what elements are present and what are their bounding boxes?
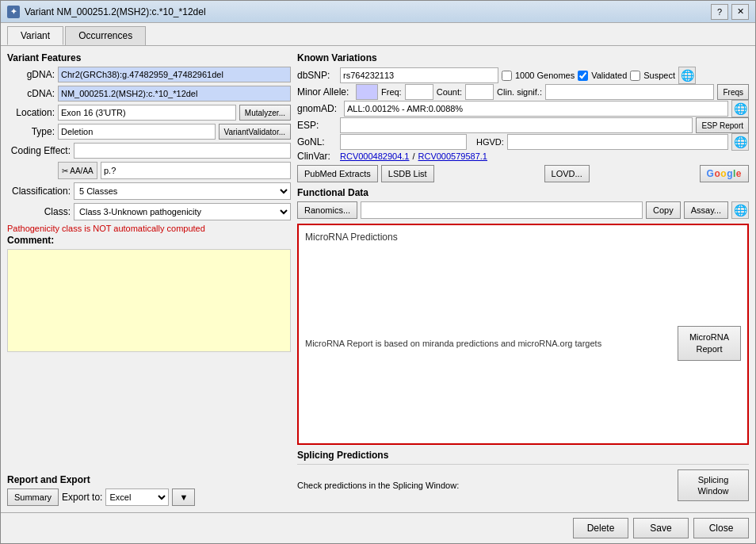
assay-button[interactable]: Assay... <box>684 201 728 219</box>
tab-variant[interactable]: Variant <box>7 26 63 45</box>
comment-label: Comment: <box>7 235 55 246</box>
ranomics-button[interactable]: Ranomics... <box>297 201 357 219</box>
freq-label: Freq: <box>381 87 402 97</box>
dbsnp-input[interactable] <box>340 67 498 83</box>
window-title: Variant NM_000251.2(MSH2):c.*10_*12del <box>25 6 711 17</box>
genomes-1000-checkbox[interactable] <box>502 71 512 81</box>
microrna-content: MicroRNA Report is based on miranda pred… <box>305 249 741 437</box>
gonl-input[interactable] <box>340 134 467 150</box>
count-input[interactable] <box>465 84 494 100</box>
clinvar-row: ClinVar: RCV000482904.1 / RCV000579587.1 <box>297 151 749 162</box>
microrna-report-button[interactable]: MicroRNA Report <box>678 326 741 361</box>
title-bar: ✦ Variant NM_000251.2(MSH2):c.*10_*12del… <box>1 1 755 23</box>
aa-button[interactable]: ✂ AA/AA <box>58 162 97 179</box>
report-export-section: Report and Export Summary Export to: Exc… <box>7 474 291 506</box>
functional-data-section: Functional Data Ranomics... Copy Assay..… <box>297 187 749 219</box>
validated-checkbox[interactable] <box>578 71 588 81</box>
variant-features-label: Variant Features <box>7 52 291 63</box>
splicing-check-label: Check predictions in the Splicing Window… <box>297 481 671 490</box>
gnomad-globe-button[interactable]: 🌐 <box>731 100 749 117</box>
pubmed-button[interactable]: PubMed Extracts <box>297 165 378 182</box>
classification-select[interactable]: 5 Classes <box>74 182 291 200</box>
functional-row: Ranomics... Copy Assay... 🌐 <box>297 201 749 219</box>
location-input[interactable] <box>58 105 236 121</box>
mutalyzer-button[interactable]: Mutalyzer... <box>239 105 291 121</box>
splicing-btn-line1: Splicing <box>698 475 729 485</box>
microrna-description: MicroRNA Report is based on miranda pred… <box>305 339 671 348</box>
aa-row: ✂ AA/AA <box>7 162 291 179</box>
pubmed-row: PubMed Extracts LSDB List LOVD... Google <box>297 165 749 182</box>
main-window: ✦ Variant NM_000251.2(MSH2):c.*10_*12del… <box>0 0 756 544</box>
class-select[interactable]: Class 3-Unknown pathogenicity <box>74 203 291 220</box>
minor-allele-color-input[interactable] <box>356 84 378 100</box>
class-row: Class: Class 3-Unknown pathogenicity <box>7 203 291 220</box>
lovd-button[interactable]: LOVD... <box>544 165 590 182</box>
validated-label: Validated <box>591 71 627 80</box>
gdna-label: gDNA: <box>7 69 55 80</box>
summary-button[interactable]: Summary <box>7 488 59 506</box>
functional-input[interactable] <box>361 201 643 219</box>
splicing-window-button[interactable]: Splicing Window <box>678 469 749 501</box>
suspect-group: Suspect <box>630 71 675 81</box>
export-format-select[interactable]: Excel <box>105 488 169 506</box>
right-panel: Known Variations dbSNP: 1000 Genomes Val… <box>297 52 749 506</box>
tab-occurrences[interactable]: Occurrences <box>65 26 146 45</box>
esp-report-button[interactable]: ESP Report <box>696 117 749 133</box>
copy-button[interactable]: Copy <box>646 201 681 219</box>
microrna-btn-line2: Report <box>696 344 722 354</box>
splicing-btn-line2: Window <box>697 486 728 496</box>
dbsnp-globe-button[interactable]: 🌐 <box>678 67 696 84</box>
clin-signif-input[interactable] <box>545 84 714 100</box>
lsdb-button[interactable]: LSDB List <box>381 165 434 182</box>
microrna-btn-line1: MicroRNA <box>689 332 729 342</box>
suspect-label: Suspect <box>643 71 675 80</box>
aa-icon: ✂ <box>62 167 68 175</box>
cdna-label: cDNA: <box>7 88 55 99</box>
location-label: Location: <box>7 107 55 118</box>
esp-input[interactable] <box>340 117 693 133</box>
genomes-1000-label: 1000 Genomes <box>515 71 575 80</box>
comment-textarea[interactable] <box>7 249 291 352</box>
clin-signif-label: Clin. signif.: <box>497 87 542 97</box>
help-button[interactable]: ? <box>711 4 728 20</box>
delete-button[interactable]: Delete <box>573 518 628 538</box>
hgvd-globe-button[interactable]: 🌐 <box>731 133 749 151</box>
gonl-label: GoNL: <box>297 136 337 147</box>
dbsnp-label: dbSNP: <box>297 70 337 81</box>
esp-row: ESP: ESP Report <box>297 117 749 133</box>
dbsnp-row: dbSNP: 1000 Genomes Validated Suspect <box>297 67 749 84</box>
suspect-checkbox[interactable] <box>630 71 640 81</box>
clinvar-link-2[interactable]: RCV000579587.1 <box>418 151 487 161</box>
google-button[interactable]: Google <box>700 165 749 182</box>
pathogenicity-warning: Pathogenicity class is NOT automatically… <box>7 224 291 233</box>
location-row: Location: Mutalyzer... <box>7 105 291 121</box>
gdna-input[interactable] <box>58 67 291 82</box>
close-button[interactable]: Close <box>693 518 749 538</box>
variant-validator-button[interactable]: VariantValidator... <box>219 124 291 140</box>
splicing-section-label: Splicing Predictions <box>297 450 749 461</box>
clinvar-separator: / <box>412 151 414 161</box>
close-window-button[interactable]: ✕ <box>731 4 749 20</box>
type-input[interactable] <box>58 124 216 140</box>
freqs-button[interactable]: Freqs <box>717 84 749 100</box>
type-label: Type: <box>7 126 55 137</box>
export-dropdown-button[interactable]: ▼ <box>172 488 195 506</box>
clinvar-link-1[interactable]: RCV000482904.1 <box>340 151 409 161</box>
cdna-input[interactable] <box>58 86 291 102</box>
freq-input[interactable] <box>405 84 433 100</box>
functional-globe-button[interactable]: 🌐 <box>731 201 749 219</box>
app-icon: ✦ <box>7 6 20 18</box>
splicing-predictions-section: Splicing Predictions Check predictions i… <box>297 450 749 506</box>
minor-allele-label: Minor Allele: <box>297 86 353 98</box>
hgvd-input[interactable] <box>507 134 728 150</box>
microrna-title: MicroRNA Predictions <box>305 232 741 243</box>
aa-input[interactable] <box>101 162 291 179</box>
coding-effect-label: Coding Effect: <box>7 145 71 156</box>
gnomad-input[interactable] <box>344 101 728 117</box>
coding-effect-input[interactable] <box>74 143 291 159</box>
known-variations-section: Known Variations dbSNP: 1000 Genomes Val… <box>297 52 749 182</box>
splicing-row: Check predictions in the Splicing Window… <box>297 464 749 506</box>
save-button[interactable]: Save <box>633 518 689 538</box>
export-to-label: Export to: <box>62 492 102 503</box>
gonl-hgvd-row: GoNL: HGVD: 🌐 <box>297 133 749 151</box>
